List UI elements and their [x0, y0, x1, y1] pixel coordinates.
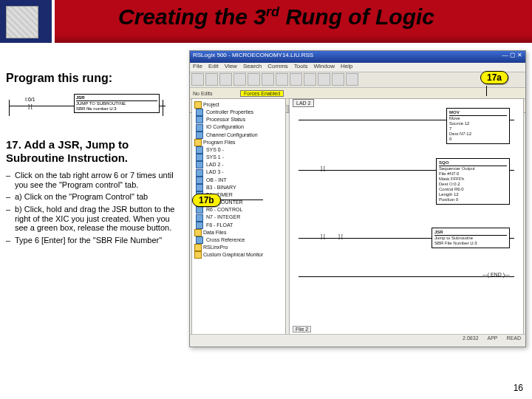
- stamp-icon: [6, 6, 38, 38]
- tree-item[interactable]: Custom Graphical Monitor: [203, 252, 263, 257]
- jsr-box: JSR JUMP TO SUBROUTINE SBR file number U…: [74, 94, 160, 113]
- title-part-b: Rung of Logic: [279, 4, 434, 29]
- window-controls[interactable]: — ▢ ✕: [502, 52, 522, 62]
- tree-item[interactable]: Cross Reference: [205, 237, 245, 242]
- menu-view[interactable]: View: [225, 63, 237, 72]
- tree-item[interactable]: LAD 3 -: [205, 169, 224, 174]
- toolbar[interactable]: [190, 72, 525, 88]
- jsr-head: JSR: [76, 95, 157, 101]
- tree-item[interactable]: IO Configuration: [205, 124, 244, 129]
- tree-item[interactable]: B3 - BINARY: [205, 185, 236, 190]
- callout-17a: 17a: [480, 71, 508, 84]
- jsr-block: JSR Jump to SubroutineSBR File Number U:…: [432, 228, 510, 248]
- menu-tools[interactable]: Tools: [294, 63, 308, 72]
- window-titlebar: RSLogix 500 - MICROECONOMY14.LIU.RSS — ▢…: [190, 51, 525, 63]
- menu-bar[interactable]: File Edit View Search Comms Tools Window…: [190, 63, 525, 72]
- tool-button[interactable]: [290, 73, 302, 86]
- step-title: 17. Add a JSR, Jump to Subroutine Instru…: [6, 138, 182, 165]
- ladder-editor[interactable]: LAD 2 MOV MoveSource 12 7Dest N7:12 0: [289, 98, 524, 335]
- left-column: Program this rung: I:0/1 ] [ JSR JUMP TO…: [6, 71, 182, 253]
- tree-item[interactable]: RSLinxPro: [203, 245, 228, 250]
- app-screenshot: RSLogix 500 - MICROECONOMY14.LIU.RSS — ▢…: [189, 50, 526, 347]
- menu-edit[interactable]: Edit: [208, 63, 219, 72]
- slide: Creating the 3rd Rung of Logic Program t…: [0, 0, 532, 399]
- tool-button[interactable]: [233, 73, 246, 86]
- app-body: Project Controller Properties Processor …: [190, 97, 525, 336]
- menu-file[interactable]: File: [193, 63, 202, 72]
- page-number: 16: [514, 383, 523, 393]
- status-zoom: 2.0832: [463, 335, 478, 346]
- subhead: Program this rung:: [6, 71, 182, 85]
- title-sup: rd: [266, 4, 279, 19]
- bullet-item: b) Click, hold and drag the JSR button t…: [15, 205, 182, 233]
- bullet-list: Click on the tab right arrow 6 or 7 time…: [6, 171, 182, 245]
- status-app: APP: [488, 335, 498, 346]
- ladder-rung-diagram: I:0/1 ] [ JSR JUMP TO SUBROUTINE SBR fil…: [6, 94, 168, 122]
- tree-item[interactable]: N7 - INTEGER: [205, 214, 240, 219]
- jsr-line2: SBR file number U:3: [76, 106, 157, 112]
- bullet-item: Type 6 [Enter] for the "SBR File Number": [15, 236, 182, 245]
- tool-button[interactable]: [262, 73, 274, 86]
- ladder-tab[interactable]: LAD 2: [293, 99, 314, 107]
- tree-item[interactable]: LAD 2 -: [205, 162, 224, 167]
- tool-button[interactable]: [219, 73, 232, 86]
- menu-search[interactable]: Search: [243, 63, 262, 72]
- tree-item[interactable]: R6 - CONTROL: [205, 207, 242, 212]
- status-bar: 2.0832 APP READ: [190, 334, 525, 347]
- tool-button[interactable]: [191, 73, 204, 86]
- window-title: RSLogix 500 - MICROECONOMY14.LIU.RSS: [193, 52, 313, 62]
- xic-contact: I:0/1 ] [: [25, 97, 35, 109]
- callout-17b: 17b: [192, 194, 221, 207]
- tree-item[interactable]: Program Files: [203, 140, 236, 145]
- menu-comms[interactable]: Comms: [267, 63, 288, 72]
- tree-item[interactable]: Controller Properties: [205, 109, 253, 115]
- status-read: READ: [507, 335, 521, 346]
- tree-item[interactable]: Processor Status: [205, 117, 245, 122]
- menu-help[interactable]: Help: [341, 63, 352, 72]
- mov-block: MOV MoveSource 12 7Dest N7:12 0: [446, 108, 510, 144]
- slide-title: Creating the 3rd Rung of Logic: [118, 4, 525, 30]
- tree-item[interactable]: Project: [203, 102, 219, 107]
- tool-button[interactable]: [248, 73, 260, 86]
- menu-window[interactable]: Window: [314, 63, 335, 72]
- title-part-a: Creating the 3: [118, 4, 266, 29]
- tree-item[interactable]: OB - INT: [205, 177, 227, 183]
- bullet-item: a) Click on the "Program Control" tab: [15, 192, 182, 202]
- tool-button[interactable]: [346, 73, 358, 86]
- tool-button[interactable]: [276, 73, 288, 86]
- project-tree[interactable]: Project Controller Properties Processor …: [191, 98, 286, 335]
- tool-button[interactable]: [304, 73, 316, 86]
- file-tab[interactable]: File 2: [293, 326, 311, 332]
- tree-item[interactable]: SYS 0 -: [205, 147, 224, 152]
- tree-item[interactable]: SYS 1 -: [205, 154, 224, 160]
- tool-button[interactable]: [332, 73, 344, 86]
- xic-address: I:0/1: [25, 97, 35, 102]
- tree-item[interactable]: Channel Configuration: [205, 132, 258, 137]
- tool-button[interactable]: [205, 73, 218, 86]
- tool-button[interactable]: [318, 73, 330, 86]
- forces-indicator: Forces Enabled: [240, 90, 284, 97]
- sqo-block: SQO Sequencer OutputFile #N7:0Mask FFFFh…: [436, 158, 510, 205]
- tree-item[interactable]: Data Files: [203, 230, 227, 235]
- tree-item[interactable]: F8 - FLOAT: [205, 222, 233, 228]
- bullet-item: Click on the tab right arrow 6 or 7 time…: [15, 171, 182, 189]
- jsr-line1: JUMP TO SUBROUTINE: [76, 101, 157, 106]
